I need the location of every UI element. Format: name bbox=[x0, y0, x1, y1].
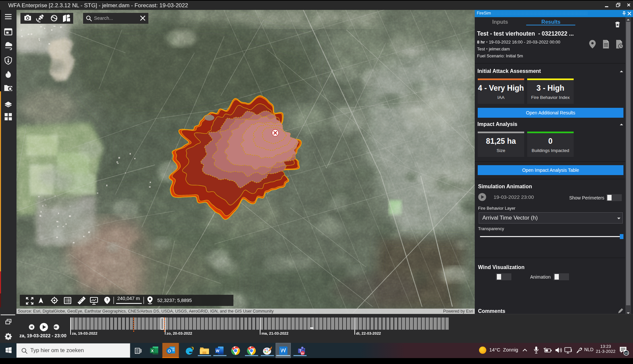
svg-text:9+: 9+ bbox=[301, 352, 304, 355]
svg-text:240,047 m: 240,047 m bbox=[117, 296, 140, 301]
svg-text:?: ? bbox=[106, 298, 108, 302]
svg-text:X: X bbox=[151, 349, 154, 353]
svg-text:O: O bbox=[167, 349, 171, 353]
svg-text:52,3237; 5,8895: 52,3237; 5,8895 bbox=[157, 298, 192, 303]
svg-text:19: 19 bbox=[624, 351, 628, 355]
svg-text:W: W bbox=[216, 349, 220, 353]
